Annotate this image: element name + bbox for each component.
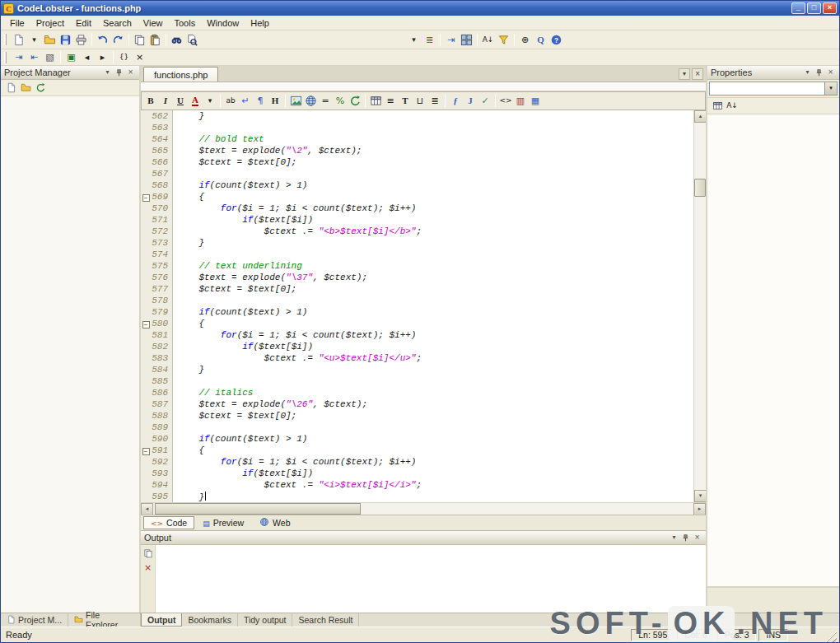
menu-help[interactable]: Help <box>245 16 275 30</box>
paragraph-icon[interactable]: ¶ <box>253 94 268 109</box>
undo-icon[interactable] <box>95 32 110 48</box>
browser-preview-icon[interactable]: ▦ <box>528 94 543 109</box>
line-break-icon[interactable]: ↵ <box>238 94 253 109</box>
abbr-icon[interactable]: ab <box>223 94 238 109</box>
scroll-right-icon[interactable]: ▸ <box>693 503 706 515</box>
heading-icon[interactable]: H <box>268 94 282 109</box>
tab-bookmarks[interactable]: Bookmarks <box>182 613 238 627</box>
decrease-indent-icon[interactable]: ⇤ <box>26 49 42 65</box>
sort-alphabetical-icon[interactable]: A↓ <box>725 99 740 114</box>
copy-output-icon[interactable] <box>142 547 154 559</box>
font-color-icon[interactable]: A <box>188 94 203 109</box>
font-color-dropdown-icon[interactable]: ▾ <box>203 94 217 109</box>
spellcheck-icon[interactable]: ✓ <box>478 94 492 109</box>
tab-scroll-icon[interactable]: ▾ <box>679 68 690 80</box>
scrollbar-track[interactable] <box>153 503 693 515</box>
increase-indent-icon[interactable]: ⇥ <box>11 49 26 65</box>
output-content[interactable] <box>156 545 706 613</box>
tab-search-result[interactable]: Search Result <box>292 613 359 627</box>
scrollbar-track[interactable] <box>694 123 706 490</box>
menu-search[interactable]: Search <box>97 16 138 30</box>
nbsp-icon[interactable]: ⊔ <box>413 94 427 109</box>
panel-close-icon[interactable]: × <box>692 533 702 543</box>
find-in-files-icon[interactable] <box>184 32 200 48</box>
next-bookmark-icon[interactable]: ▸ <box>95 49 110 65</box>
sort-ascending-icon[interactable]: A↓ <box>480 32 496 48</box>
tab-file-explorer[interactable]: File Explorer <box>68 613 141 627</box>
underline-icon[interactable]: U <box>173 94 188 109</box>
panel-pin-icon[interactable] <box>114 68 124 78</box>
minimize-button[interactable]: _ <box>791 2 805 14</box>
scrollbar-thumb[interactable] <box>694 179 706 197</box>
code-editor[interactable]: 562 }563564 // bold text565 $text = expl… <box>141 110 693 502</box>
toolbar-options-icon[interactable]: ▾ <box>406 32 422 48</box>
panel-close-icon[interactable]: × <box>125 68 136 78</box>
panel-menu-icon[interactable]: ▾ <box>102 68 113 78</box>
open-file-icon[interactable] <box>42 32 58 48</box>
combo-dropdown-icon[interactable]: ▾ <box>824 82 837 95</box>
panel-pin-icon[interactable] <box>814 68 824 78</box>
align-justify-icon[interactable]: ≡ <box>383 94 398 109</box>
horizontal-scrollbar[interactable]: ◂ ▸ <box>141 502 706 515</box>
toolbar-grip[interactable] <box>4 34 7 45</box>
close-button[interactable]: × <box>823 2 837 14</box>
toggle-bookmark-icon[interactable]: ▣ <box>63 49 79 65</box>
menu-view[interactable]: View <box>138 16 169 30</box>
new-file-dropdown-icon[interactable]: ▾ <box>26 32 42 48</box>
fold-toggle-icon[interactable]: − <box>142 448 150 455</box>
refresh-icon[interactable] <box>348 94 362 109</box>
table-icon[interactable] <box>368 94 383 109</box>
refresh-project-icon[interactable] <box>33 81 48 96</box>
scroll-up-icon[interactable]: ▴ <box>694 110 707 123</box>
mode-tab-preview[interactable]: ▤Preview <box>195 516 251 529</box>
vertical-scrollbar[interactable]: ▴ ▾ <box>693 110 706 502</box>
function-icon[interactable]: ƒ <box>448 94 463 109</box>
tab-project-manager[interactable]: Project M... <box>1 613 68 627</box>
fold-toggle-icon[interactable]: − <box>142 194 150 202</box>
quick-search-icon[interactable]: Q <box>533 32 548 48</box>
tab-tidy-output[interactable]: Tidy output <box>238 613 293 627</box>
properties-object-selector[interactable]: ▾ <box>709 82 838 96</box>
project-tree[interactable] <box>1 96 139 613</box>
members-list-icon[interactable]: ≣ <box>422 32 437 48</box>
scroll-left-icon[interactable]: ◂ <box>141 503 153 515</box>
tab-output[interactable]: Output <box>141 613 182 627</box>
panel-close-icon[interactable]: × <box>825 68 836 78</box>
panel-menu-icon[interactable]: ▾ <box>669 533 679 543</box>
maximize-button[interactable]: □ <box>807 2 821 14</box>
close-toolbar-icon[interactable]: × <box>132 49 147 65</box>
windows-icon[interactable] <box>459 32 474 48</box>
mode-tab-web[interactable]: Web <box>252 516 297 529</box>
open-folder-icon[interactable] <box>18 81 33 96</box>
save-icon[interactable] <box>58 32 73 48</box>
find-icon[interactable] <box>169 32 184 48</box>
equals-icon[interactable]: = <box>318 94 333 109</box>
properties-grid[interactable] <box>707 114 839 586</box>
list-icon[interactable]: ≣ <box>427 94 442 109</box>
zoom-icon[interactable]: ⊕ <box>517 32 533 48</box>
menu-edit[interactable]: Edit <box>70 16 97 30</box>
tab-close-icon[interactable]: × <box>692 68 703 80</box>
percent-icon[interactable]: % <box>333 94 348 109</box>
hyperlink-icon[interactable] <box>303 94 318 109</box>
panel-pin-icon[interactable] <box>680 533 691 543</box>
categorized-icon[interactable] <box>710 99 725 114</box>
text-icon[interactable]: T <box>398 94 413 109</box>
scrollbar-thumb[interactable] <box>155 503 361 515</box>
comment-icon[interactable]: ▧ <box>42 49 58 65</box>
redo-icon[interactable] <box>110 32 126 48</box>
html-validate-icon[interactable]: ▥ <box>513 94 528 109</box>
prev-bookmark-icon[interactable]: ◂ <box>79 49 95 65</box>
format-code-icon[interactable]: ⇥ <box>443 32 459 48</box>
clear-output-icon[interactable]: × <box>142 561 154 573</box>
menu-file[interactable]: File <box>4 16 30 30</box>
help-icon[interactable]: ? <box>548 32 564 48</box>
menu-tools[interactable]: Tools <box>168 16 201 30</box>
toolbar-grip[interactable] <box>4 52 7 63</box>
panel-menu-icon[interactable]: ▾ <box>802 68 813 78</box>
new-project-icon[interactable] <box>3 81 18 96</box>
print-icon[interactable] <box>73 32 89 48</box>
tab-functions-php[interactable]: functions.php <box>143 67 218 82</box>
menu-project[interactable]: Project <box>30 16 70 30</box>
mode-tab-code[interactable]: <>Code <box>143 516 194 529</box>
